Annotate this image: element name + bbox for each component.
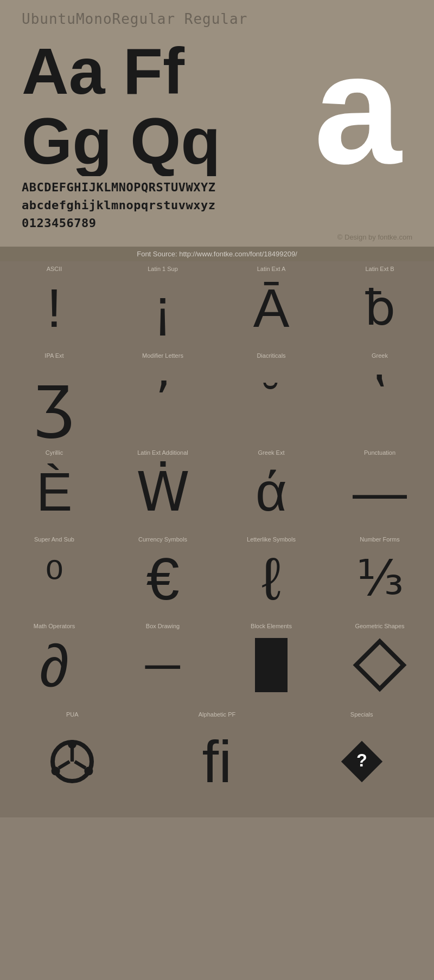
glyph-label-letterlike: Letterlike Symbols: [247, 536, 296, 543]
glyph-cell-modletters: Modifier Letters ʼ: [108, 348, 217, 445]
glyph-label-pua: PUA: [66, 711, 79, 718]
pua-label-container: PUA: [0, 705, 145, 721]
glyph-cell-greek: Greek ʽ: [326, 348, 434, 445]
svg-line-6: [75, 762, 86, 768]
preview-row2: Gg Qq: [22, 107, 221, 175]
glyph-label-diacriticals: Diacriticals: [257, 352, 285, 359]
glyph-label-blockelements: Block Elements: [251, 623, 292, 629]
svg-line-5: [59, 762, 70, 768]
glyph-symbol-latinexta: Ā: [253, 274, 290, 341]
glyph-symbol-boxdrawing: ─: [145, 631, 180, 699]
glyph-symbol-numberforms: ⅓: [356, 545, 404, 612]
glyph-cell-greekext: Greek Ext ά: [217, 445, 326, 532]
glyph-symbol-latinextb: ƀ: [365, 274, 395, 341]
glyph-cell-blockelements: Block Elements: [217, 618, 326, 705]
glyph-cell-specials: ?: [289, 721, 434, 801]
alphabet-lower: abcdefghijklmnopqrstuvwxyz: [22, 198, 412, 212]
glyph-symbol-latinextadd: Ẇ: [136, 458, 190, 525]
source-bar: Font Source: http://www.fontke.com/font/…: [0, 247, 434, 261]
glyph-symbol-geoshapes: [361, 631, 399, 699]
glyph-cell-latinextb: Latin Ext B ƀ: [326, 261, 434, 348]
alphabeticpf-label-container: Alphabetic PF: [145, 705, 290, 721]
glyph-label-latin1sup: Latin 1 Sup: [148, 266, 178, 272]
large-a-char: a: [314, 35, 401, 176]
glyph-symbol-greekext: ά: [256, 458, 287, 525]
glyph-cell-latinexta: Latin Ext A Ā: [217, 261, 326, 348]
glyph-label-latinexta: Latin Ext A: [257, 266, 286, 272]
glyph-symbol-alphabeticpf: ﬁ: [202, 727, 232, 796]
glyph-label-greekext: Greek Ext: [258, 449, 285, 456]
glyph-label-specials: Specials: [350, 711, 373, 718]
glyph-label-greek: Greek: [372, 352, 388, 359]
diamond-shape: [353, 639, 407, 692]
glyph-symbol-greek: ʽ: [372, 361, 388, 439]
preview-row1: Aa Ff: [22, 35, 221, 107]
preview-pairs: Aa Ff Gg Qq: [22, 35, 221, 175]
glyph-label-boxdrawing: Box Drawing: [146, 623, 180, 629]
glyph-symbol-letterlike: ℓ: [261, 545, 281, 612]
ubuntu-logo-icon: [50, 740, 94, 783]
glyph-cell-numberforms: Number Forms ⅓: [326, 532, 434, 618]
glyph-symbol-blockelements: [255, 631, 288, 699]
glyph-cell-alphabeticpf: ﬁ: [145, 721, 290, 801]
glyph-cell-ascii: ASCII !: [0, 261, 108, 348]
glyph-symbol-latin1sup: ¡: [154, 274, 171, 341]
glyph-symbol-cyrillic: È: [36, 458, 73, 525]
glyph-cell-currency: Currency Symbols €: [108, 532, 217, 618]
glyphs-grid: ASCII ! Latin 1 Sup ¡ Latin Ext A Ā Lati…: [0, 261, 434, 705]
glyph-cell-ipaext: IPA Ext ʒ: [0, 348, 108, 445]
specials-diamond-icon: ?: [337, 737, 386, 786]
glyph-cell-mathops: Math Operators ∂: [0, 618, 108, 705]
glyph-cell-latin1sup: Latin 1 Sup ¡: [108, 261, 217, 348]
glyph-label-numberforms: Number Forms: [360, 536, 399, 543]
glyph-label-modletters: Modifier Letters: [142, 352, 183, 359]
design-credit: © Design by fontke.com: [22, 233, 412, 241]
glyph-label-geoshapes: Geometric Shapes: [355, 623, 404, 629]
alphabet-upper: ABCDEFGHIJKLMNOPQRSTUVWXYZ: [22, 180, 412, 194]
glyph-label-cyrillic: Cyrillic: [46, 449, 63, 456]
glyph-symbol-diacriticals: ˘: [264, 361, 279, 439]
glyph-label-punctuation: Punctuation: [364, 449, 395, 456]
glyph-cell-cyrillic: Cyrillic È: [0, 445, 108, 532]
glyph-cell-superandsub: Super And Sub ⁰: [0, 532, 108, 618]
glyph-symbol-ipaext: ʒ: [34, 361, 75, 439]
glyph-cell-pua: [0, 721, 145, 801]
glyph-label-alphabeticpf: Alphabetic PF: [199, 711, 235, 718]
digits-row: 0123456789: [22, 216, 412, 230]
glyph-symbol-superandsub: ⁰: [45, 545, 63, 612]
glyph-cell-geoshapes: Geometric Shapes: [326, 618, 434, 705]
font-title: UbuntuMonoRegular Regular: [22, 11, 412, 27]
specials-label-container: Specials: [289, 705, 434, 721]
glyph-label-mathops: Math Operators: [34, 623, 75, 629]
large-preview: Aa Ff Gg Qq a: [22, 35, 412, 176]
bottom-labels-row: PUA Alphabetic PF Specials: [0, 705, 434, 721]
bottom-glyphs-row: ﬁ ?: [0, 721, 434, 817]
preview-section: UbuntuMonoRegular Regular Aa Ff Gg Qq a …: [0, 0, 434, 247]
glyph-cell-diacriticals: Diacriticals ˘: [217, 348, 326, 445]
glyph-symbol-punctuation: —: [353, 458, 407, 525]
glyph-symbol-ascii: !: [47, 274, 62, 341]
glyph-cell-latinextadd: Latin Ext Additional Ẇ: [108, 445, 217, 532]
glyph-symbol-mathops: ∂: [40, 631, 69, 699]
glyph-cell-punctuation: Punctuation —: [326, 445, 434, 532]
glyph-cell-boxdrawing: Box Drawing ─: [108, 618, 217, 705]
glyph-label-superandsub: Super And Sub: [34, 536, 74, 543]
block-rect: [255, 638, 288, 692]
glyph-symbol-currency: €: [146, 545, 179, 612]
svg-text:?: ?: [356, 751, 367, 770]
glyph-label-ascii: ASCII: [47, 266, 62, 272]
glyph-cell-letterlike: Letterlike Symbols ℓ: [217, 532, 326, 618]
glyph-label-latinextb: Latin Ext B: [365, 266, 394, 272]
glyph-label-ipaext: IPA Ext: [44, 352, 63, 359]
svg-point-1: [68, 740, 76, 749]
glyph-label-latinextadd: Latin Ext Additional: [137, 449, 188, 456]
glyph-label-currency: Currency Symbols: [138, 536, 187, 543]
svg-point-2: [52, 766, 60, 775]
glyph-symbol-modletters: ʼ: [155, 361, 171, 439]
